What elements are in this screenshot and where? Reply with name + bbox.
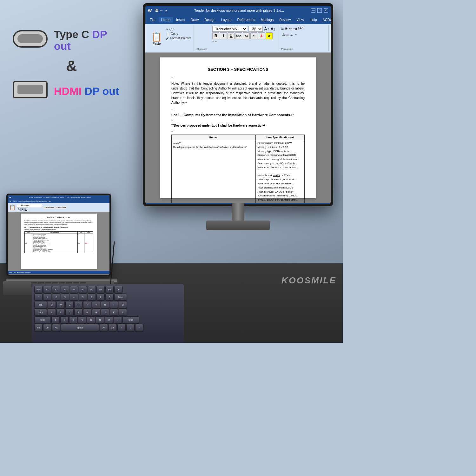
- key-f5[interactable]: F5: [79, 286, 87, 293]
- key-2[interactable]: 2: [52, 294, 60, 301]
- key-4[interactable]: 4: [70, 294, 78, 301]
- undo-icon[interactable]: ↩: [160, 9, 163, 12]
- key-c[interactable]: C: [69, 316, 77, 323]
- key-r[interactable]: R: [74, 301, 83, 308]
- redo-icon[interactable]: ↪: [165, 9, 167, 12]
- key-v[interactable]: V: [78, 316, 86, 323]
- key-8[interactable]: 8: [105, 294, 114, 301]
- key-w[interactable]: W: [56, 301, 65, 308]
- key-g[interactable]: G: [83, 309, 91, 316]
- cut-button[interactable]: ✂ Cut: [165, 27, 192, 31]
- align-center-button[interactable]: ≡: [286, 32, 289, 37]
- maximize-button[interactable]: □: [317, 8, 322, 13]
- font-shrink-button[interactable]: A↓: [271, 26, 276, 31]
- key-7[interactable]: 7: [96, 294, 105, 301]
- small-style-normal[interactable]: AaBbCcDd: [43, 206, 55, 209]
- key-alt-right[interactable]: Alt: [100, 324, 108, 331]
- key-z[interactable]: Z: [51, 316, 60, 323]
- key-backspace[interactable]: Bksp: [114, 294, 127, 301]
- menu-file[interactable]: File: [147, 17, 158, 23]
- key-esc[interactable]: Esc: [34, 286, 43, 293]
- menu-home[interactable]: Home: [159, 17, 173, 23]
- numbering-button[interactable]: ⁕: [284, 26, 288, 31]
- key-up-arrow[interactable]: ↑: [117, 324, 126, 331]
- menu-help[interactable]: Help: [307, 17, 320, 23]
- key-t[interactable]: T: [83, 301, 91, 308]
- key-caps[interactable]: Caps: [34, 309, 47, 316]
- save-icon[interactable]: 💾: [155, 9, 158, 12]
- key-e[interactable]: E: [65, 301, 74, 308]
- small-menu-references[interactable]: References: [36, 201, 44, 202]
- word-page[interactable]: SECTION 3 – SPECIFICATIONS ↵ Note: Where…: [160, 57, 316, 198]
- small-menu-design[interactable]: Design: [26, 201, 31, 202]
- strikethrough-button[interactable]: abc: [235, 32, 242, 39]
- indent-right-button[interactable]: ⇥: [293, 26, 297, 31]
- key-alt-left[interactable]: Alt: [52, 324, 60, 331]
- key-space[interactable]: Space: [61, 324, 99, 331]
- menu-acrobat[interactable]: ACROBAT: [320, 17, 331, 23]
- small-menu-insert[interactable]: Insert: [18, 201, 22, 202]
- key-d[interactable]: D: [65, 309, 74, 316]
- subscript-button[interactable]: X₂: [243, 32, 250, 39]
- text-color-button[interactable]: A: [258, 32, 265, 39]
- menu-layout[interactable]: Layout: [219, 17, 234, 23]
- key-5[interactable]: 5: [79, 294, 87, 301]
- key-fn[interactable]: Fn: [34, 324, 43, 331]
- key-f6[interactable]: F6: [88, 286, 96, 293]
- key-q[interactable]: Q: [48, 301, 56, 308]
- menu-design[interactable]: Design: [202, 17, 218, 23]
- key-tab[interactable]: Tab: [34, 301, 47, 308]
- key-ctrl-right[interactable]: Ctrl: [109, 324, 117, 331]
- key-k[interactable]: K: [110, 309, 118, 316]
- small-paste-button[interactable]: 📋: [9, 204, 16, 210]
- underline-button[interactable]: U: [228, 32, 235, 39]
- key-l[interactable]: L: [119, 309, 127, 316]
- minimize-button[interactable]: —: [311, 8, 315, 13]
- bold-button[interactable]: B: [212, 32, 219, 39]
- key-f7[interactable]: F7: [96, 286, 105, 293]
- font-grow-button[interactable]: A↑: [264, 26, 269, 31]
- small-menu-home[interactable]: Home: [12, 200, 17, 202]
- small-bold-button[interactable]: B: [17, 208, 21, 211]
- key-1[interactable]: 1: [43, 294, 51, 301]
- key-comma[interactable]: ,: [114, 316, 122, 323]
- small-menu-view[interactable]: View: [44, 201, 48, 202]
- highlight-button[interactable]: A: [266, 32, 273, 39]
- key-n[interactable]: N: [96, 316, 104, 323]
- key-h[interactable]: H: [92, 309, 100, 316]
- key-f2[interactable]: F2: [52, 286, 60, 293]
- key-del[interactable]: Del: [114, 286, 122, 293]
- menu-draw[interactable]: Draw: [188, 17, 202, 23]
- indent-left-button[interactable]: ⇤: [289, 26, 293, 31]
- small-italic-button[interactable]: I: [21, 208, 24, 211]
- format-painter-button[interactable]: 🖌 Format Painter: [165, 36, 192, 40]
- paste-button[interactable]: 📋 Paste: [149, 26, 165, 50]
- key-u[interactable]: U: [101, 301, 109, 308]
- small-underline-button[interactable]: U: [24, 208, 28, 211]
- key-right-arrow[interactable]: →: [135, 324, 143, 331]
- key-s[interactable]: S: [56, 309, 65, 316]
- key-o[interactable]: O: [119, 301, 127, 308]
- copy-button[interactable]: 📄 Copy: [165, 32, 192, 36]
- key-f[interactable]: F: [74, 309, 83, 316]
- align-right-button[interactable]: ⫠: [289, 32, 294, 37]
- menu-review[interactable]: Review: [277, 17, 293, 23]
- bullets-button[interactable]: ≡: [281, 26, 284, 31]
- font-size-select[interactable]: 四号: [248, 26, 263, 32]
- key-y[interactable]: Y: [92, 301, 100, 308]
- key-shift-left[interactable]: Shift: [34, 316, 51, 323]
- key-m[interactable]: M: [105, 316, 113, 323]
- font-name-select[interactable]: Trebuchet MS: [212, 26, 247, 32]
- key-f4[interactable]: F4: [70, 286, 78, 293]
- key-x[interactable]: X: [60, 316, 69, 323]
- key-backtick[interactable]: `: [34, 294, 43, 301]
- sort-button[interactable]: ↕A: [298, 26, 302, 31]
- key-f1[interactable]: F1: [43, 286, 51, 293]
- italic-button[interactable]: I: [220, 32, 227, 39]
- superscript-button[interactable]: X²: [250, 32, 257, 39]
- key-j[interactable]: J: [101, 309, 109, 316]
- key-6[interactable]: 6: [88, 294, 96, 301]
- key-3[interactable]: 3: [61, 294, 69, 301]
- small-menu-layout[interactable]: Layout: [31, 201, 36, 202]
- small-menu-help[interactable]: Help: [48, 201, 51, 202]
